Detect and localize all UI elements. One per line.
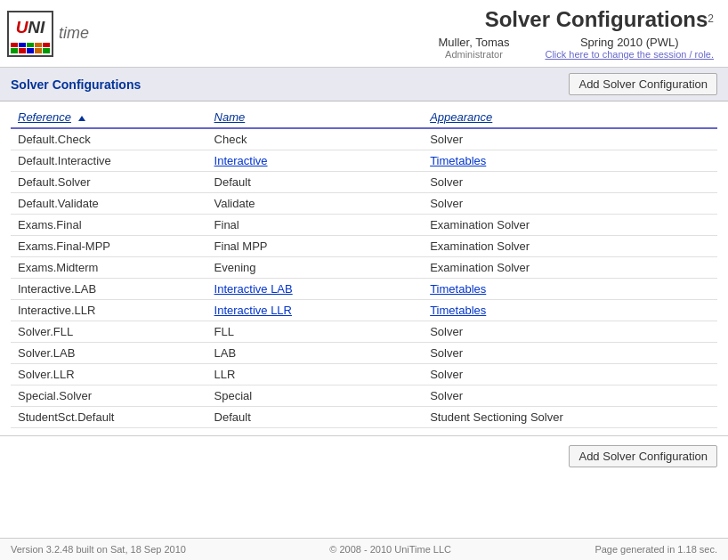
table-row: Solver.FLLFLLSolver [11, 321, 717, 343]
table-row: Interactive.LLRInteractive LLRTimetables [11, 300, 717, 321]
table-row: Exams.MidtermEveningExamination Solver [11, 257, 717, 279]
logo-cell [43, 43, 50, 48]
column-header-appearance[interactable]: Appearance [423, 105, 717, 128]
user-name: Muller, Tomas [438, 36, 509, 49]
sort-name-link[interactable]: Name [214, 110, 246, 124]
table-row: Exams.Final-MPPFinal MPPExamination Solv… [11, 236, 717, 257]
cell-name: FLL [207, 321, 424, 343]
cell-name: Evening [207, 257, 424, 279]
cell-name: Check [207, 128, 424, 150]
cell-name: Special [207, 386, 424, 407]
session-info: Spring 2010 (PWL) Click here to change t… [545, 36, 714, 60]
footer: Version 3.2.48 built on Sat, 18 Sep 2010… [0, 538, 728, 560]
add-solver-config-button-bottom[interactable]: Add Solver Configuration [569, 445, 717, 467]
main-content: Reference Name Appearance Default.CheckC… [0, 105, 728, 428]
cell-name[interactable]: Interactive LLR [207, 300, 424, 321]
logo-cell [35, 48, 42, 53]
cell-name: Final MPP [207, 236, 424, 257]
cell-reference: Solver.FLL [11, 321, 207, 343]
column-header-name[interactable]: Name [207, 105, 424, 128]
page-title-sup: 2 [708, 12, 714, 25]
logo-grid [9, 41, 52, 55]
page-title: Solver Configurations2 [438, 7, 714, 32]
cell-name: Default [207, 407, 424, 428]
table-body: Default.CheckCheckSolverDefault.Interact… [11, 128, 717, 428]
page-title-text: Solver Configurations [485, 7, 708, 31]
header: UNI time Solver Configurations2 [0, 0, 728, 68]
logo-time-text: time [59, 24, 89, 43]
cell-name: Validate [207, 193, 424, 215]
footer-version: Version 3.2.48 built on Sat, 18 Sep 2010 [11, 544, 186, 555]
cell-appearance: Solver [423, 364, 717, 386]
cell-appearance[interactable]: Timetables [423, 279, 717, 300]
logo-cell [19, 43, 26, 48]
table-row: StudentSct.DefaultDefaultStudent Section… [11, 407, 717, 428]
cell-appearance: Examination Solver [423, 215, 717, 236]
sort-asc-icon [78, 116, 85, 121]
footer-copyright: © 2008 - 2010 UniTime LLC [329, 544, 451, 555]
cell-name: LLR [207, 364, 424, 386]
cell-name: LAB [207, 343, 424, 364]
table-row: Default.InteractiveInteractiveTimetables [11, 150, 717, 172]
appearance-link[interactable]: Timetables [430, 304, 486, 317]
cell-appearance[interactable]: Timetables [423, 300, 717, 321]
user-role: Administrator [438, 49, 509, 60]
table-row: Exams.FinalFinalExamination Solver [11, 215, 717, 236]
cell-reference: Default.Solver [11, 172, 207, 193]
cell-reference: Exams.Final [11, 215, 207, 236]
table-row: Default.ValidateValidateSolver [11, 193, 717, 215]
cell-appearance: Examination Solver [423, 257, 717, 279]
cell-reference: Exams.Final-MPP [11, 236, 207, 257]
name-link[interactable]: Interactive LAB [214, 282, 293, 296]
cell-name[interactable]: Interactive [207, 150, 424, 172]
cell-appearance: Examination Solver [423, 236, 717, 257]
cell-reference: Exams.Midterm [11, 257, 207, 279]
logo-cell [11, 48, 18, 53]
logo-box: UNI [7, 11, 53, 57]
sort-appearance-link[interactable]: Appearance [430, 110, 492, 124]
cell-reference: StudentSct.Default [11, 407, 207, 428]
table-row: Interactive.LABInteractive LABTimetables [11, 279, 717, 300]
table-header: Reference Name Appearance [11, 105, 717, 128]
add-solver-config-button-top[interactable]: Add Solver Configuration [569, 73, 717, 95]
logo-cell [35, 43, 42, 48]
cell-name[interactable]: Interactive LAB [207, 279, 424, 300]
cell-reference: Solver.LAB [11, 343, 207, 364]
cell-reference: Default.Interactive [11, 150, 207, 172]
cell-reference: Solver.LLR [11, 364, 207, 386]
cell-appearance: Student Sectioning Solver [423, 407, 717, 428]
table-row: Default.SolverDefaultSolver [11, 172, 717, 193]
cell-reference: Interactive.LLR [11, 300, 207, 321]
title-area: Solver Configurations2 Muller, Tomas Adm… [438, 7, 714, 60]
appearance-link[interactable]: Timetables [430, 282, 486, 296]
logo-cell [27, 43, 34, 48]
appearance-link[interactable]: Timetables [430, 154, 486, 167]
cell-reference: Default.Validate [11, 193, 207, 215]
solver-table: Reference Name Appearance Default.CheckC… [11, 105, 717, 428]
cell-appearance: Solver [423, 128, 717, 150]
name-link[interactable]: Interactive LLR [214, 304, 292, 317]
session-change-link[interactable]: Click here to change the session / role. [545, 49, 714, 60]
cell-reference: Default.Check [11, 128, 207, 150]
table-row: Solver.LABLABSolver [11, 343, 717, 364]
column-header-reference[interactable]: Reference [11, 105, 207, 128]
logo-top: UNI [9, 12, 52, 41]
logo-uni-text: UNI [16, 19, 45, 36]
footer-generated: Page generated in 1.18 sec. [595, 544, 717, 555]
user-info: Muller, Tomas Administrator [438, 36, 509, 60]
cell-appearance: Solver [423, 386, 717, 407]
name-link[interactable]: Interactive [214, 154, 268, 167]
cell-name: Final [207, 215, 424, 236]
table-header-row: Reference Name Appearance [11, 105, 717, 128]
top-toolbar: Solver Configurations Add Solver Configu… [0, 68, 728, 101]
table-row: Solver.LLRLLRSolver [11, 364, 717, 386]
sort-reference-link[interactable]: Reference [18, 110, 71, 124]
bottom-toolbar: Add Solver Configuration [0, 435, 728, 476]
cell-appearance[interactable]: Timetables [423, 150, 717, 172]
cell-appearance: Solver [423, 321, 717, 343]
cell-reference: Special.Solver [11, 386, 207, 407]
cell-appearance: Solver [423, 343, 717, 364]
logo-cell [19, 48, 26, 53]
table-row: Special.SolverSpecialSolver [11, 386, 717, 407]
cell-reference: Interactive.LAB [11, 279, 207, 300]
